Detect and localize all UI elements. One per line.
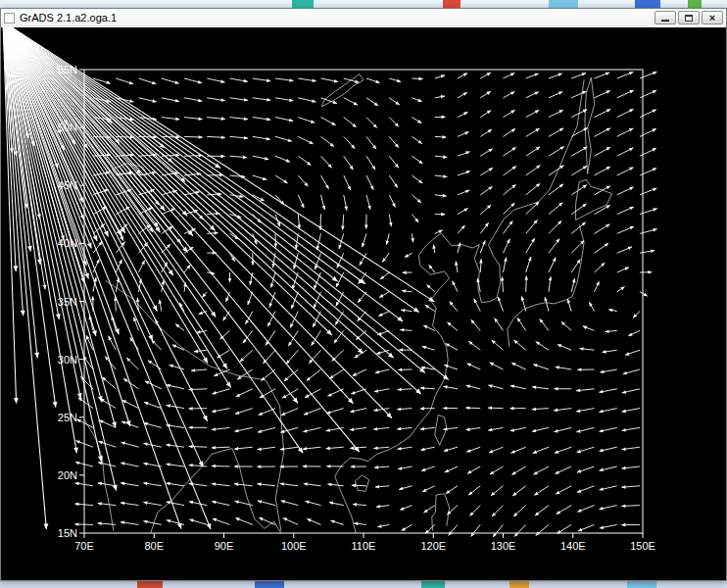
plot-svg: 70E80E90E100E110E120E130E140E150E15N20N2… (1, 27, 726, 579)
window-title: GrADS 2.1.a2.oga.1 (20, 9, 117, 27)
coastlines (84, 74, 612, 533)
desktop-sliver-top (0, 0, 727, 8)
window-icon (4, 13, 15, 24)
x-tick-label: 90E (215, 540, 234, 552)
desktop-fragment (509, 580, 529, 588)
close-icon: × (709, 13, 715, 24)
y-tick-label: 20N (58, 469, 77, 481)
x-tick-label: 120E (420, 540, 446, 552)
window-controls: × (653, 11, 723, 24)
minimize-button[interactable] (654, 11, 676, 24)
maximize-icon (685, 15, 693, 22)
x-tick-label: 110E (352, 540, 376, 552)
x-tick-label: 70E (74, 540, 94, 552)
grads-window: GrADS 2.1.a2.oga.1 × 70E80E90E100E110E12… (0, 8, 727, 581)
desktop-fragment (549, 0, 578, 8)
desktop-fragment (137, 580, 163, 588)
desktop-fragment (292, 0, 314, 8)
desktop-fragment (255, 580, 284, 588)
desktop-sliver-bottom (0, 580, 727, 588)
y-tick-label: 25N (58, 412, 77, 423)
desktop-fragment (443, 0, 460, 8)
title-bar[interactable]: GrADS 2.1.a2.oga.1 × (1, 9, 726, 28)
x-tick-label: 150E (630, 540, 655, 552)
x-tick-label: 100E (281, 540, 307, 552)
maximize-button[interactable] (678, 11, 700, 24)
y-tick-label: 15N (58, 527, 77, 539)
plot-canvas: 70E80E90E100E110E120E130E140E150E15N20N2… (1, 27, 726, 579)
desktop-fragment (635, 0, 660, 8)
close-button[interactable]: × (702, 11, 723, 24)
x-tick-label: 80E (144, 540, 164, 552)
minimize-icon (661, 20, 669, 22)
desktop-fragment (627, 580, 656, 588)
x-tick-label: 140E (560, 540, 586, 552)
desktop-fragment (688, 0, 702, 8)
desktop-fragment (421, 580, 445, 588)
x-tick-label: 130E (491, 540, 516, 552)
